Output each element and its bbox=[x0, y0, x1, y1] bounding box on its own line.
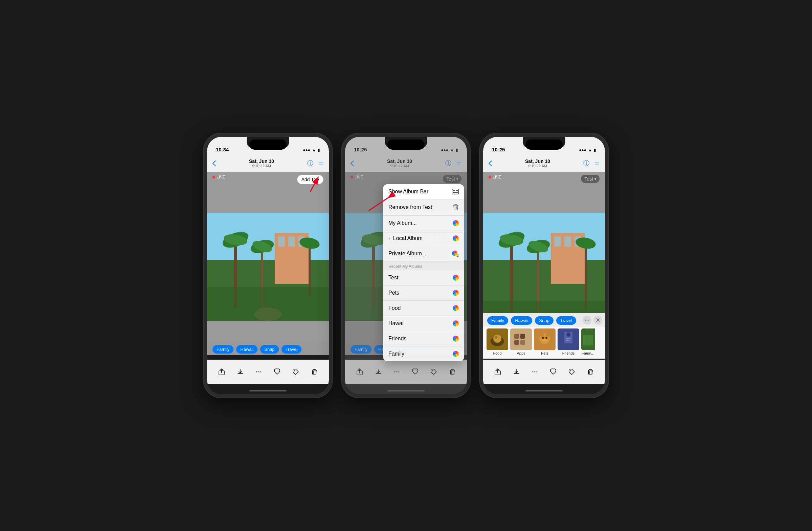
test-badge-3[interactable]: Test ▾ bbox=[581, 175, 599, 183]
svg-rect-73 bbox=[520, 340, 525, 345]
download-icon-1[interactable] bbox=[234, 366, 246, 378]
my-album-label: My Album... bbox=[388, 220, 417, 226]
nav-right-3: ⓘ ⚌ bbox=[583, 159, 599, 167]
strip-tag-family[interactable]: Family bbox=[487, 316, 508, 325]
tag-icon-3[interactable] bbox=[566, 366, 578, 378]
pinwheel-icon-my-album bbox=[453, 220, 459, 226]
nav-subtitle-1: 9:10:22 AM bbox=[249, 164, 274, 168]
dropdown-private-album[interactable]: Private Album... 🔒 bbox=[383, 246, 464, 262]
pinwheel-family bbox=[453, 351, 459, 357]
info-icon-3[interactable]: ⓘ bbox=[583, 159, 589, 167]
trash-icon-1[interactable] bbox=[308, 366, 320, 378]
svg-rect-5 bbox=[288, 236, 295, 247]
dropdown-show-album-bar[interactable]: Show Album Bar bbox=[383, 184, 464, 199]
live-text-1: LIVE bbox=[217, 175, 225, 180]
dropdown-my-album[interactable]: My Album... bbox=[383, 216, 464, 231]
share-icon-1[interactable] bbox=[216, 366, 228, 378]
svg-rect-70 bbox=[514, 334, 519, 339]
nav-title-block-3: Sat, Jun 10 9:10:22 AM bbox=[525, 158, 550, 168]
back-button-1[interactable] bbox=[213, 160, 216, 166]
strip-tag-travel[interactable]: Travel bbox=[556, 316, 577, 325]
tag-snap-1[interactable]: Snap bbox=[260, 345, 278, 353]
svg-point-68 bbox=[495, 336, 497, 339]
photo-area-1 bbox=[207, 172, 329, 355]
dropdown-album-test[interactable]: Test bbox=[383, 270, 464, 285]
strip-item-family[interactable]: Famil… bbox=[581, 329, 595, 355]
tag-travel-1[interactable]: Travel bbox=[281, 345, 302, 353]
live-dot-3 bbox=[489, 176, 491, 179]
dropdown-album-family[interactable]: Family bbox=[383, 347, 464, 361]
heart-icon-1[interactable] bbox=[271, 366, 283, 378]
album-strip-items: Food Apps bbox=[483, 327, 605, 359]
nav-subtitle-3: 9:10:22 AM bbox=[525, 164, 550, 168]
svg-point-21 bbox=[294, 371, 295, 372]
album-tags-1: Family Hawaii Snap Travel bbox=[207, 343, 329, 356]
heart-icon-3[interactable] bbox=[547, 366, 559, 378]
live-dot-1 bbox=[213, 176, 215, 179]
live-text-3: LIVE bbox=[493, 175, 502, 180]
strip-item-friends[interactable]: Friends bbox=[557, 329, 579, 355]
svg-point-78 bbox=[542, 337, 544, 339]
pinwheel-hawaii bbox=[453, 320, 459, 326]
more-icon-3[interactable] bbox=[529, 366, 541, 378]
strip-item-pets[interactable]: Pets bbox=[534, 329, 555, 355]
status-icons-1: ●●● ▲ ▮ bbox=[303, 148, 320, 152]
album-friends-label: Friends bbox=[388, 336, 406, 342]
more-icon-1[interactable] bbox=[253, 366, 265, 378]
dropdown-local-album[interactable]: › Local Album bbox=[383, 231, 464, 246]
dropdown-album-friends[interactable]: Friends bbox=[383, 331, 464, 347]
pinwheel-lock-icon: 🔒 bbox=[452, 251, 459, 257]
svg-rect-71 bbox=[520, 334, 525, 339]
svg-point-64 bbox=[589, 320, 589, 321]
info-icon-1[interactable]: ⓘ bbox=[307, 159, 313, 167]
nav-title-3: Sat, Jun 10 bbox=[525, 158, 550, 164]
dropdown-album-pets[interactable]: Pets bbox=[383, 285, 464, 301]
add-to-label-1: Add To bbox=[302, 177, 316, 182]
strip-item-apps[interactable]: Apps bbox=[510, 329, 532, 355]
status-time-1: 10:34 bbox=[216, 146, 229, 152]
strip-label-apps: Apps bbox=[517, 351, 525, 355]
trash-icon-3[interactable] bbox=[584, 366, 596, 378]
filter-icon-3[interactable]: ⚌ bbox=[594, 159, 599, 167]
strip-close-btn[interactable] bbox=[593, 316, 602, 324]
share-icon-3[interactable] bbox=[492, 366, 504, 378]
tag-family-1[interactable]: Family bbox=[213, 345, 233, 353]
strip-more-btn[interactable] bbox=[583, 316, 591, 324]
strip-item-food[interactable]: Food bbox=[487, 329, 508, 355]
album-pets-label: Pets bbox=[388, 290, 399, 296]
svg-rect-85 bbox=[566, 340, 570, 341]
signal-icon-1: ●●● bbox=[303, 148, 310, 152]
strip-tag-snap[interactable]: Snap bbox=[535, 316, 553, 325]
back-button-3[interactable] bbox=[489, 160, 492, 166]
svg-rect-16 bbox=[207, 287, 329, 321]
dropdown-album-food[interactable]: Food bbox=[383, 301, 464, 316]
download-icon-3[interactable] bbox=[510, 366, 522, 378]
svg-point-20 bbox=[260, 372, 261, 373]
svg-rect-51 bbox=[564, 236, 571, 247]
phone-2-wrapper: 10:25 ●●● ▲ ▮ Sat, Jun 10 9:10:22 AM ⓘ bbox=[342, 134, 470, 397]
svg-rect-84 bbox=[566, 338, 571, 339]
tag-icon-1[interactable] bbox=[290, 366, 302, 378]
pinwheel-test bbox=[453, 275, 459, 281]
nav-right-1: ⓘ ⚌ bbox=[307, 159, 323, 167]
phone-3-wrapper: 10:25 ●●● ▲ ▮ Sat, Jun 10 9:10:22 AM ⓘ bbox=[480, 134, 608, 397]
svg-point-92 bbox=[570, 371, 571, 372]
pinwheel-friends bbox=[453, 336, 459, 342]
tag-hawaii-1[interactable]: Hawaii bbox=[236, 345, 258, 353]
dropdown-remove-from-test[interactable]: Remove from Test bbox=[383, 199, 464, 215]
svg-rect-69 bbox=[510, 329, 532, 350]
bottom-toolbar-1 bbox=[207, 360, 329, 384]
album-food-label: Food bbox=[388, 305, 401, 311]
album-strip-tags-row: Family Hawaii Snap Travel bbox=[483, 313, 605, 327]
svg-rect-50 bbox=[554, 236, 561, 247]
filter-icon-1[interactable]: ⚌ bbox=[318, 159, 323, 167]
dropdown-album-hawaii[interactable]: Hawaii bbox=[383, 316, 464, 331]
home-indicator-1 bbox=[249, 390, 287, 391]
pinwheel-icon-local-album bbox=[453, 235, 459, 241]
strip-label-pets: Pets bbox=[541, 351, 548, 355]
add-to-button-1[interactable]: Add To ▾ bbox=[297, 175, 323, 184]
svg-rect-39 bbox=[456, 190, 458, 191]
strip-thumb-food bbox=[487, 329, 508, 350]
strip-tag-hawaii[interactable]: Hawaii bbox=[511, 316, 532, 325]
status-icons-3: ●●● ▲ ▮ bbox=[579, 148, 596, 152]
